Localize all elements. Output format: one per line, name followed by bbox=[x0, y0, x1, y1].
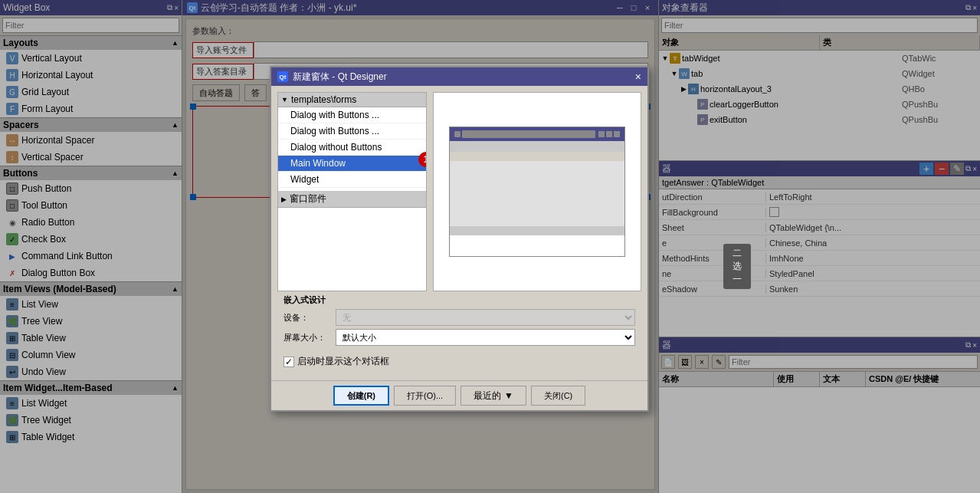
modal-close-btn[interactable]: × bbox=[635, 71, 641, 82]
preview-area bbox=[449, 127, 625, 257]
choice-label: 二选一 bbox=[723, 244, 751, 289]
preview-panel bbox=[433, 92, 641, 291]
modal-titlebar: Qt 新建窗体 - Qt Designer × bbox=[271, 67, 647, 86]
template-category-label: templates\forms bbox=[291, 94, 356, 105]
template-dialog-buttons-1[interactable]: Dialog with Buttons ... bbox=[278, 107, 426, 123]
startup-checkbox[interactable]: ✓ bbox=[284, 357, 294, 367]
template-main-window-label: Main Window bbox=[290, 158, 346, 169]
preview-titlebar bbox=[450, 127, 624, 141]
preview-menubar bbox=[450, 141, 624, 152]
screen-select[interactable]: 默认大小 bbox=[336, 329, 635, 346]
modal-qt-icon: Qt bbox=[277, 71, 288, 82]
preview-title-area bbox=[462, 130, 595, 138]
window-parts-arrow: ▶ bbox=[281, 196, 287, 203]
template-arrow: ▼ bbox=[281, 96, 288, 104]
embed-section: 嵌入式设计 设备： 无 屏幕大小： 默认大小 bbox=[277, 291, 641, 352]
modal-title-text: 新建窗体 - Qt Designer bbox=[293, 71, 387, 84]
template-list: ▼ templates\forms Dialog with Buttons ..… bbox=[277, 92, 427, 291]
device-row: 设备： 无 bbox=[284, 309, 635, 326]
create-button[interactable]: 创建(R) bbox=[333, 386, 389, 406]
template-main-window[interactable]: Main Window 1 bbox=[278, 156, 426, 172]
template-dialog-no-buttons[interactable]: Dialog without Buttons bbox=[278, 140, 426, 156]
modal-button-row: 创建(R) 打开(O)... 最近的 ▼ 关闭(C) bbox=[271, 380, 647, 410]
template-dialog-buttons-2[interactable]: Dialog with Buttons ... bbox=[278, 123, 426, 140]
modal-top-section: ▼ templates\forms Dialog with Buttons ..… bbox=[277, 92, 641, 291]
startup-checkbox-label: 启动时显示这个对话框 bbox=[297, 355, 389, 368]
recent-arrow: ▼ bbox=[504, 390, 513, 401]
preview-statusbar bbox=[450, 226, 624, 235]
template-widget[interactable]: Widget bbox=[278, 172, 426, 188]
device-select[interactable]: 无 bbox=[336, 309, 635, 326]
preview-content bbox=[450, 161, 624, 226]
close-button[interactable]: 关闭(C) bbox=[531, 386, 585, 406]
template-category[interactable]: ▼ templates\forms bbox=[278, 93, 426, 107]
step-badge: 1 bbox=[418, 152, 427, 167]
startup-checkbox-row: ✓ 启动时显示这个对话框 bbox=[277, 352, 641, 371]
preview-icon bbox=[454, 131, 461, 137]
modal-overlay: Qt 新建窗体 - Qt Designer × ▼ templates\form… bbox=[0, 0, 980, 493]
screen-label: 屏幕大小： bbox=[284, 332, 329, 343]
open-button[interactable]: 打开(O)... bbox=[394, 386, 456, 406]
modal-body: ▼ templates\forms Dialog with Buttons ..… bbox=[271, 86, 647, 377]
preview-toolbar bbox=[450, 152, 624, 161]
screen-row: 屏幕大小： 默认大小 bbox=[284, 329, 635, 346]
embed-title: 嵌入式设计 bbox=[284, 294, 635, 306]
window-parts-label: 窗口部件 bbox=[290, 192, 326, 205]
window-parts-category[interactable]: ▶ 窗口部件 bbox=[278, 191, 426, 208]
device-label: 设备： bbox=[284, 312, 329, 324]
new-window-modal: Qt 新建窗体 - Qt Designer × ▼ templates\form… bbox=[270, 66, 649, 412]
recent-button[interactable]: 最近的 ▼ bbox=[461, 386, 526, 406]
